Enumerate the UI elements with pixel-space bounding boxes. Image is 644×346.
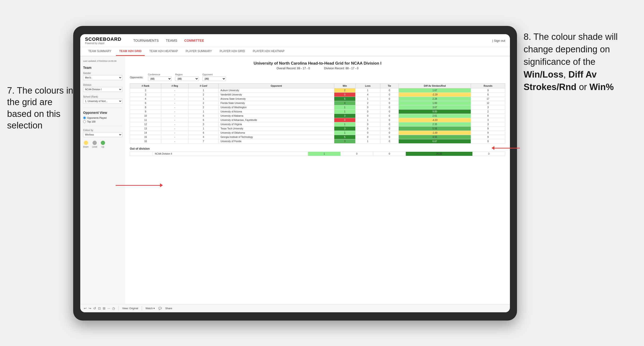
- cell-opponent: University of Virginia: [218, 122, 334, 127]
- cell-diff: -2.29: [399, 93, 471, 97]
- opponent-filter-select[interactable]: (All): [202, 77, 226, 81]
- cell-conf: 5: [188, 114, 218, 118]
- tab-team-summary[interactable]: TEAM SUMMARY: [85, 47, 115, 56]
- toolbar-add-icon[interactable]: ⊞: [103, 306, 106, 310]
- col-reg: # Reg: [161, 84, 188, 88]
- toolbar-undo-icon[interactable]: ↩: [84, 306, 87, 310]
- cell-rounds: 3: [471, 122, 505, 127]
- conference-filter-select[interactable]: (All): [148, 77, 172, 81]
- toolbar-clock-icon[interactable]: ◷: [112, 306, 115, 310]
- sidebar-colour-by-label: Colour by: [83, 129, 122, 132]
- cell-reg: -: [161, 122, 188, 127]
- toolbar-share-btn[interactable]: Share: [165, 307, 172, 310]
- tab-player-h2h-grid[interactable]: PLAYER H2H GRID: [216, 47, 248, 56]
- cell-diff: -4.33: [399, 118, 471, 122]
- toolbar-comment-btn[interactable]: 💬: [158, 307, 162, 310]
- tab-player-h2h-heatmap[interactable]: PLAYER H2H HEATMAP: [250, 47, 288, 56]
- toolbar-redo-icon[interactable]: ↪: [88, 306, 91, 310]
- cell-conf: 2: [188, 101, 218, 105]
- toolbar-grid-icon[interactable]: ⊡: [98, 306, 101, 310]
- cell-win: 5: [334, 97, 355, 101]
- nav-committee[interactable]: COMMITTEE: [184, 37, 204, 44]
- col-rounds: Rounds: [471, 84, 505, 88]
- annotation-right-arrow: [492, 146, 520, 150]
- col-loss: Loss: [356, 84, 380, 88]
- cell-tie: 0: [380, 93, 399, 97]
- toolbar-watch-btn[interactable]: Watch ▾: [146, 307, 155, 310]
- cell-tie: 0: [380, 135, 399, 139]
- cell-reg: -: [161, 118, 188, 122]
- legend-down: Down: [83, 141, 88, 148]
- cell-conf: 6: [188, 118, 218, 122]
- out-of-division-title: Out of division: [130, 147, 505, 150]
- cell-diff: 9.00: [399, 110, 471, 114]
- division-record: Division Record: 88 - 17 - 0: [324, 67, 358, 70]
- toolbar-view-btn[interactable]: View: Original: [122, 307, 138, 310]
- cell-rank: 8: [130, 105, 161, 110]
- nav-tournaments[interactable]: TOURNAMENTS: [133, 37, 159, 44]
- nav-teams[interactable]: TEAMS: [166, 37, 177, 44]
- cell-conf: 1: [188, 110, 218, 114]
- cell-opponent: University of Arizona: [218, 110, 334, 114]
- cell-diff: 2.33: [399, 122, 471, 127]
- cell-diff: 3.67: [399, 105, 471, 110]
- tab-team-h2h-heatmap[interactable]: TEAM H2H HEATMAP: [146, 47, 181, 56]
- region-filter-select[interactable]: (All): [175, 77, 199, 81]
- cell-conf: 6: [188, 131, 218, 135]
- annotation-right: 8. The colour shade will change dependin…: [524, 31, 637, 93]
- toolbar-divider-2: [142, 306, 142, 310]
- cell-rounds: 9: [471, 135, 505, 139]
- cell-reg: -: [161, 139, 188, 144]
- cell-win: 3: [334, 139, 355, 144]
- out-of-division-tie: 0: [373, 152, 406, 156]
- cell-loss: 1: [356, 118, 380, 122]
- toolbar-reset-icon[interactable]: ↺: [93, 306, 96, 310]
- cell-rank: 2: [130, 88, 161, 93]
- sidebar-division-select[interactable]: NCAA Division I: [83, 87, 122, 92]
- cell-rounds: 8: [471, 93, 505, 97]
- cell-conf: 1: [188, 127, 218, 131]
- cell-rank: 16: [130, 139, 161, 144]
- grid-area: University of North Carolina Head-to-Hea…: [125, 56, 510, 304]
- cell-rounds: 9: [471, 131, 505, 135]
- radio-opponents-played[interactable]: Opponents Played: [83, 116, 122, 119]
- sidebar-school-select[interactable]: 1. University of Nort...: [83, 99, 122, 104]
- grid-title: University of North Carolina Head-to-Hea…: [130, 61, 505, 66]
- cell-loss: 1: [356, 139, 380, 144]
- tab-team-h2h-grid[interactable]: TEAM H2H GRID: [116, 47, 145, 56]
- cell-conf: 2: [188, 105, 218, 110]
- sidebar-radio-group: Opponents Played Top 100: [83, 116, 122, 123]
- cell-loss: 0: [356, 131, 380, 135]
- sidebar-opponent-view-title: Opponent View: [83, 111, 122, 115]
- cell-tie: 0: [380, 122, 399, 127]
- sidebar-colour-by-select[interactable]: Win/loss: [83, 132, 122, 137]
- nav-links: TOURNAMENTS TEAMS COMMITTEE: [128, 37, 485, 44]
- table-row: 3 - 2 Vanderbilt University 0 4 0 -2.29 …: [130, 93, 505, 97]
- cell-diff: 4.50: [399, 135, 471, 139]
- sidebar-gender-select[interactable]: Men's: [83, 75, 122, 80]
- cell-loss: 0: [356, 127, 380, 131]
- cell-rank: 9: [130, 110, 161, 114]
- region-filter: Region (All): [175, 73, 199, 81]
- cell-rank: 13: [130, 127, 161, 131]
- out-of-division-diff: 26.00: [406, 152, 472, 156]
- cell-diff: 6.67: [399, 139, 471, 144]
- table-row: 9 - 1 University of Arizona 1 0 0 9.00 2: [130, 110, 505, 114]
- sign-out-link[interactable]: | Sign out: [492, 39, 505, 42]
- cell-reg: -: [161, 110, 188, 114]
- table-row: 4 - 1 Arizona State University 5 1 0 2.2…: [130, 97, 505, 101]
- cell-win: 3: [334, 127, 355, 131]
- sub-nav: TEAM SUMMARY TEAM H2H GRID TEAM H2H HEAT…: [80, 47, 510, 56]
- cell-rank: 4: [130, 97, 161, 101]
- table-row: 2 - 1 Auburn University 2 1 0 1.67 9: [130, 88, 505, 93]
- table-row: 8 - 2 University of Washington 1 0 0 3.6…: [130, 105, 505, 110]
- toolbar-dots-icon[interactable]: ···: [108, 306, 110, 310]
- cell-opponent: University of Alabama: [218, 114, 334, 118]
- tab-player-summary[interactable]: PLAYER SUMMARY: [182, 47, 215, 56]
- cell-win: 0: [334, 93, 355, 97]
- radio-top-100[interactable]: Top 100: [83, 120, 122, 123]
- cell-loss: 0: [356, 110, 380, 114]
- cell-win: 3: [334, 114, 355, 118]
- cell-rounds: 9: [471, 127, 505, 131]
- colour-legend: Down Level Up: [83, 141, 122, 148]
